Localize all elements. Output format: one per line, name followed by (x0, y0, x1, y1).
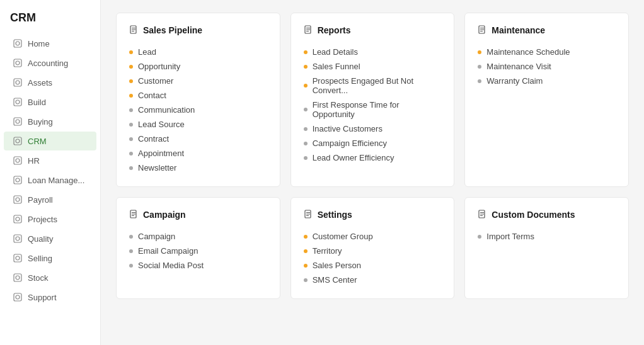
bullet-icon (304, 142, 308, 145)
main-content: Sales Pipeline Lead Opportunity Customer… (101, 0, 644, 345)
bullet-icon (129, 152, 133, 156)
list-item[interactable]: Communication (129, 103, 267, 117)
section-title-settings: Settings (304, 209, 442, 220)
sidebar-item-support[interactable]: Support (4, 288, 96, 307)
item-label: SMS Center (313, 275, 357, 285)
list-item[interactable]: First Response Time for Opportunity (304, 98, 442, 122)
list-item[interactable]: Appointment (129, 146, 267, 161)
list-item[interactable]: Lead Source (129, 117, 267, 132)
sidebar-item-payroll[interactable]: Payroll (4, 190, 96, 209)
list-item[interactable]: Contract (129, 132, 267, 146)
sidebar-icon-loan (13, 175, 23, 185)
sidebar-icon-assets (13, 77, 23, 88)
item-label: Import Terms (486, 232, 534, 241)
list-item[interactable]: Prospects Engaged But Not Convert... (304, 74, 442, 98)
section-custom-documents: Custom Documents Import Terms (464, 197, 629, 299)
list-item[interactable]: Campaign (129, 229, 267, 244)
svg-point-1 (16, 42, 20, 45)
svg-point-9 (16, 120, 20, 123)
section-reports: Reports Lead Details Sales Funnel Prospe… (290, 13, 455, 187)
list-item[interactable]: Newsletter (129, 161, 267, 175)
svg-rect-2 (14, 59, 21, 67)
section-title-reports: Reports (304, 25, 442, 36)
section-sales-pipeline: Sales Pipeline Lead Opportunity Customer… (116, 13, 280, 187)
bullet-icon (304, 108, 308, 111)
sidebar-item-accounting[interactable]: Accounting (4, 54, 96, 72)
svg-point-11 (16, 139, 20, 143)
list-item[interactable]: Campaign Efficiency (304, 136, 442, 150)
bullet-icon (129, 50, 133, 54)
list-item[interactable]: Inactive Customers (304, 122, 442, 136)
item-label: Contact (138, 91, 166, 100)
svg-rect-22 (14, 254, 21, 262)
list-item[interactable]: Sales Funnel (304, 59, 442, 74)
section-campaign: Campaign Campaign Email Campaign Social … (116, 197, 280, 299)
app-title: CRM (0, 6, 100, 33)
sidebar-icon-crm (13, 136, 23, 146)
svg-rect-20 (14, 235, 21, 242)
svg-point-7 (16, 100, 20, 104)
sidebar-item-buying[interactable]: Buying (4, 112, 96, 131)
doc-icon (478, 209, 486, 220)
sidebar-item-crm[interactable]: CRM (4, 132, 96, 150)
list-item[interactable]: Import Terms (478, 229, 616, 244)
list-item[interactable]: Lead Owner Efficiency (304, 150, 442, 165)
doc-icon (304, 25, 313, 36)
svg-point-3 (16, 61, 20, 65)
svg-rect-12 (14, 157, 21, 164)
svg-point-5 (16, 81, 20, 84)
list-item[interactable]: Lead (129, 45, 267, 59)
section-title-text: Sales Pipeline (143, 25, 202, 35)
bullet-icon (304, 50, 308, 54)
sidebar-label-projects: Projects (28, 215, 57, 224)
content-grid: Sales Pipeline Lead Opportunity Customer… (116, 13, 629, 299)
sidebar-label-quality: Quality (28, 234, 53, 244)
sidebar-item-projects[interactable]: Projects (4, 210, 96, 229)
sidebar-item-selling[interactable]: Selling (4, 249, 96, 268)
list-item[interactable]: Customer Group (304, 229, 442, 244)
bullet-icon (129, 166, 133, 170)
list-item[interactable]: Territory (304, 244, 442, 258)
svg-rect-16 (14, 196, 21, 203)
svg-point-17 (16, 198, 20, 201)
sidebar-icon-stock (13, 273, 23, 283)
sidebar-icon-projects (13, 214, 23, 224)
list-item[interactable]: Opportunity (129, 59, 267, 74)
item-label: Email Campaign (138, 246, 198, 256)
sidebar-item-loan[interactable]: Loan Manage... (4, 171, 96, 189)
section-settings: Settings Customer Group Territory Sales … (290, 197, 455, 299)
sidebar-item-assets[interactable]: Assets (4, 73, 96, 92)
sidebar-label-crm: CRM (28, 137, 47, 146)
item-label: Warranty Claim (486, 76, 543, 86)
sidebar-label-stock: Stock (28, 273, 49, 283)
sidebar-item-build[interactable]: Build (4, 93, 96, 111)
list-item[interactable]: Lead Details (304, 45, 442, 59)
list-item[interactable]: Email Campaign (129, 244, 267, 258)
sidebar-item-hr[interactable]: HR (4, 151, 96, 170)
list-item[interactable]: Warranty Claim (478, 74, 616, 88)
sidebar-item-stock[interactable]: Stock (4, 268, 96, 287)
sidebar-item-quality[interactable]: Quality (4, 229, 96, 248)
list-item[interactable]: Maintenance Visit (478, 59, 616, 74)
item-label: Inactive Customers (313, 124, 382, 133)
list-item[interactable]: Maintenance Schedule (478, 45, 616, 59)
bullet-icon (478, 50, 481, 54)
list-item[interactable]: Contact (129, 88, 267, 103)
section-maintenance: Maintenance Maintenance Schedule Mainten… (464, 13, 629, 187)
svg-rect-18 (14, 215, 21, 223)
sidebar-item-home[interactable]: Home (4, 34, 96, 53)
item-label: Communication (138, 105, 195, 115)
list-item[interactable]: SMS Center (304, 273, 442, 287)
sidebar-label-home: Home (28, 39, 50, 48)
bullet-icon (129, 137, 133, 141)
sidebar-label-hr: HR (28, 156, 40, 166)
sidebar-label-support: Support (28, 293, 57, 302)
sidebar-label-accounting: Accounting (28, 59, 68, 68)
list-item[interactable]: Customer (129, 74, 267, 88)
doc-icon (129, 209, 138, 220)
list-item[interactable]: Sales Person (304, 258, 442, 273)
list-item[interactable]: Social Media Post (129, 258, 267, 273)
item-label: Campaign Efficiency (313, 139, 387, 148)
item-label: Sales Person (313, 261, 361, 270)
svg-point-13 (16, 159, 20, 162)
